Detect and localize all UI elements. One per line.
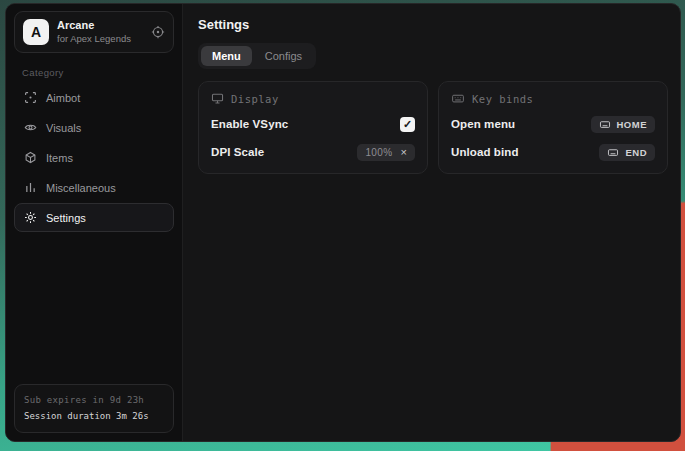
crosshair-icon <box>24 91 37 104</box>
setting-label: Unload bind <box>451 146 519 158</box>
package-icon <box>24 151 37 164</box>
card-title: Key binds <box>472 93 533 105</box>
open-menu-bind-button[interactable]: HOME <box>591 116 656 133</box>
setting-row-vsync: Enable VSync ✓ <box>211 115 415 133</box>
setting-label: Enable VSync <box>211 118 288 130</box>
keyboard-icon <box>607 147 619 158</box>
display-card: Display Enable VSync ✓ DPI Scale 100% × <box>198 81 428 174</box>
bars-icon <box>24 181 37 194</box>
app-subtitle: for Apex Legends <box>57 33 143 45</box>
sidebar-item-miscellaneous[interactable]: Miscellaneous <box>14 173 174 202</box>
category-label: Category <box>22 67 174 78</box>
target-icon[interactable] <box>151 25 165 39</box>
keybinds-card: Key binds Open menu HOME Unload bind <box>438 81 668 174</box>
sidebar-item-label: Visuals <box>46 122 81 134</box>
page-title: Settings <box>198 17 668 32</box>
vsync-checkbox[interactable]: ✓ <box>400 117 415 132</box>
sidebar-item-label: Miscellaneous <box>46 182 116 194</box>
tab-configs[interactable]: Configs <box>254 46 313 66</box>
card-title: Display <box>231 93 279 105</box>
session-duration-text: Session duration 3m 26s <box>24 409 164 424</box>
dpi-scale-value: 100% <box>365 147 392 158</box>
tab-menu[interactable]: Menu <box>201 46 252 66</box>
bind-key: END <box>625 147 647 158</box>
sidebar-item-label: Items <box>46 152 73 164</box>
monitor-icon <box>211 92 224 105</box>
sub-expires-text: Sub expires in 9d 23h <box>24 393 164 408</box>
sidebar-nav: Aimbot Visuals Items <box>14 82 174 232</box>
sidebar-item-items[interactable]: Items <box>14 143 174 172</box>
settings-tab-bar: Menu Configs <box>198 43 316 69</box>
app-name: Arcane <box>57 19 143 33</box>
unload-bind-button[interactable]: END <box>599 144 655 161</box>
keyboard-icon <box>451 92 465 105</box>
setting-label: Open menu <box>451 118 515 130</box>
keyboard-icon <box>599 119 611 130</box>
setting-row-dpi-scale: DPI Scale 100% × <box>211 143 415 161</box>
dpi-scale-input[interactable]: 100% × <box>357 144 415 161</box>
setting-row-open-menu: Open menu HOME <box>451 115 655 133</box>
app-header-card: A Arcane for Apex Legends <box>14 11 174 53</box>
eye-icon <box>24 121 37 134</box>
session-info-card: Sub expires in 9d 23h Session duration 3… <box>14 384 174 433</box>
setting-row-unload-bind: Unload bind END <box>451 143 655 161</box>
sidebar-item-visuals[interactable]: Visuals <box>14 113 174 142</box>
sidebar-item-settings[interactable]: Settings <box>14 203 174 232</box>
main-content: Settings Menu Configs Display E <box>183 4 680 441</box>
sidebar: A Arcane for Apex Legends Category <box>6 4 183 441</box>
check-icon: ✓ <box>403 118 412 131</box>
bind-key: HOME <box>617 119 648 130</box>
app-logo: A <box>23 19 49 45</box>
gear-icon <box>24 211 37 224</box>
sidebar-item-aimbot[interactable]: Aimbot <box>14 83 174 112</box>
app-window: A Arcane for Apex Legends Category <box>5 3 681 442</box>
clear-icon[interactable]: × <box>401 147 407 158</box>
sidebar-item-label: Aimbot <box>46 92 80 104</box>
sidebar-item-label: Settings <box>46 212 86 224</box>
setting-label: DPI Scale <box>211 146 264 158</box>
